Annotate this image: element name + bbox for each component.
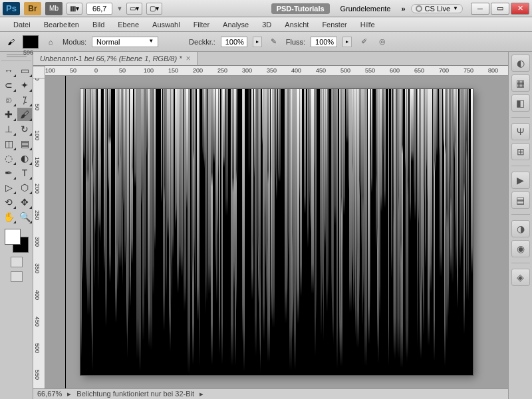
menu-hilfe[interactable]: Hilfe (354, 19, 382, 31)
status-zoom[interactable]: 66,67% (37, 390, 62, 398)
tool-healing[interactable]: ✚ (1, 108, 16, 121)
tablet-pressure-size-icon[interactable]: ◎ (376, 35, 389, 49)
tool-wand[interactable]: ✦ (17, 78, 32, 92)
tool-eraser[interactable]: ◫ (1, 137, 16, 150)
cs-live-icon (416, 5, 422, 12)
color-picker (5, 229, 29, 253)
flow-label: Fluss: (286, 38, 305, 46)
guide-vertical[interactable] (65, 76, 66, 388)
opacity-flyout[interactable]: ▸ (253, 37, 262, 47)
foreground-color[interactable] (5, 229, 21, 245)
menubar: Datei Bearbeiten Bild Ebene Auswahl Filt… (0, 17, 532, 32)
ruler-origin[interactable] (33, 66, 45, 78)
extras-button[interactable]: ▢▾ (146, 3, 162, 15)
color-panel-icon[interactable]: ◐ (511, 55, 530, 72)
flow-flyout[interactable]: ▸ (342, 37, 352, 47)
status-flyout-icon[interactable]: ▸ (67, 390, 71, 398)
adjustments-panel-icon[interactable]: ◑ (511, 220, 530, 237)
tool-marquee[interactable]: ▭ (17, 64, 32, 77)
document-tab[interactable]: Unbenannt-1 bei 66,7% (Ebene 1, RGB/8) *… (33, 52, 198, 65)
airbrush-icon[interactable]: ✐ (357, 35, 370, 49)
bridge-logo[interactable]: Br (24, 2, 41, 15)
menu-ebene[interactable]: Ebene (111, 19, 146, 31)
tool-stamp[interactable]: ⊥ (1, 122, 16, 136)
tablet-pressure-opacity-icon[interactable]: ✎ (267, 35, 281, 49)
tool-hand[interactable]: ✋ (1, 210, 16, 223)
swatches-panel-icon[interactable]: ▦ (511, 74, 530, 92)
mode-label: Modus: (63, 38, 86, 46)
tool-type[interactable]: T (17, 166, 32, 180)
status-flyout-icon-2[interactable]: ▸ (200, 390, 203, 398)
tool-move[interactable]: ↔ (1, 64, 16, 77)
info-panel-icon[interactable]: ▤ (511, 192, 530, 209)
workspace: ↔▭⊂✦⟄⁒✚🖌⊥↻◫▤◌◐✒T▷⬡⟲✥✋🔍 Unbenannt-1 bei 6… (0, 52, 532, 399)
menu-fenster[interactable]: Fenster (315, 19, 353, 31)
status-bar: 66,67% ▸ Belichtung funktioniert nur bei… (33, 388, 508, 399)
tool-3d-pan[interactable]: ✥ (17, 196, 32, 209)
quickmask-button[interactable] (11, 257, 23, 267)
menu-analyse[interactable]: Analyse (216, 19, 255, 31)
cs-live-label: CS Live (425, 5, 451, 13)
tool-path-select[interactable]: ▷ (1, 181, 16, 194)
tool-lasso[interactable]: ⊂ (1, 78, 16, 92)
screenmode-button[interactable] (11, 271, 23, 282)
tool-gradient[interactable]: ▤ (17, 137, 32, 150)
actions-panel-icon[interactable]: ⊞ (511, 143, 530, 160)
minibridge-button[interactable]: Mb (45, 2, 63, 15)
status-info: Belichtung funktioniert nur bei 32-Bit (76, 390, 194, 398)
tab-close-icon[interactable]: × (186, 54, 190, 63)
tool-zoom[interactable]: 🔍 (17, 210, 32, 223)
tool-blur[interactable]: ◌ (1, 152, 16, 165)
zoom-display[interactable]: 66,7 (86, 3, 112, 15)
tool-preset-icon[interactable]: 🖌 (4, 35, 17, 49)
menu-bearbeiten[interactable]: Bearbeiten (37, 19, 86, 31)
arrange-button[interactable]: ▦▾ (66, 3, 82, 15)
screen-mode-button[interactable]: ▭▾ (126, 3, 142, 15)
workspace-next[interactable]: Grundelemente (335, 3, 396, 14)
mode-select[interactable]: Normal ▼ (92, 37, 158, 47)
titlebar: Ps Br Mb ▦▾ 66,7 ▼ ▭▾ ▢▾ PSD-Tutorials G… (0, 0, 532, 17)
opacity-input[interactable] (221, 37, 247, 47)
canvas[interactable] (80, 89, 473, 375)
menu-3d[interactable]: 3D (255, 19, 278, 31)
tool-3d-rotate[interactable]: ⟲ (1, 196, 16, 209)
document-tabs: Unbenannt-1 bei 66,7% (Ebene 1, RGB/8) *… (33, 52, 508, 66)
minimize-button[interactable]: ─ (471, 3, 489, 15)
tool-pen[interactable]: ✒ (1, 166, 16, 180)
tool-shape[interactable]: ⬡ (17, 181, 32, 194)
tool-history-brush[interactable]: ↻ (17, 122, 32, 136)
tool-dodge[interactable]: ◐ (17, 152, 32, 165)
tool-eyedropper[interactable]: ⁒ (17, 93, 32, 106)
ruler-horizontal[interactable]: 1005005010015020025030035040045050055060… (45, 66, 508, 76)
opacity-label: Deckkr.: (189, 38, 215, 46)
tool-brush[interactable]: 🖌 (17, 108, 32, 121)
tool-crop[interactable]: ⟄ (1, 93, 16, 106)
menu-ansicht[interactable]: Ansicht (278, 19, 315, 31)
brush-preview[interactable] (23, 35, 39, 49)
toolbox: ↔▭⊂✦⟄⁒✚🖌⊥↻◫▤◌◐✒T▷⬡⟲✥✋🔍 (0, 52, 33, 399)
workspace-active[interactable]: PSD-Tutorials (271, 3, 330, 14)
chevron-down-icon[interactable]: ▼ (116, 5, 122, 12)
panel-dock: ◐ ▦ ◧ Ψ ⊞ ▶ ▤ ◑ ◉ ◈ (508, 52, 532, 399)
tab-title: Unbenannt-1 bei 66,7% (Ebene 1, RGB/8) * (40, 55, 182, 63)
brush-panel-toggle[interactable]: ⌂ (44, 35, 57, 49)
menu-filter[interactable]: Filter (187, 19, 216, 31)
masks-panel-icon[interactable]: ◉ (511, 240, 530, 257)
maximize-button[interactable]: ▭ (491, 3, 509, 15)
document-area: Unbenannt-1 bei 66,7% (Ebene 1, RGB/8) *… (33, 52, 508, 399)
flow-input[interactable] (311, 37, 337, 47)
brush-panel-icon[interactable]: Ψ (511, 123, 530, 140)
menu-auswahl[interactable]: Auswahl (146, 19, 187, 31)
photoshop-logo[interactable]: Ps (3, 2, 20, 15)
menu-datei[interactable]: Datei (7, 19, 37, 31)
history-panel-icon[interactable]: ▶ (511, 172, 530, 189)
ruler-vertical[interactable]: 050100150200250300350400450500550 (33, 76, 45, 388)
layers-panel-icon[interactable]: ◈ (511, 269, 530, 286)
options-bar: 🖌 ⌂ Modus: Normal ▼ Deckkr.: ▸ ✎ Fluss: … (0, 32, 532, 52)
workspace-more-icon[interactable]: » (401, 5, 405, 13)
styles-panel-icon[interactable]: ◧ (511, 94, 530, 112)
menu-bild[interactable]: Bild (86, 19, 111, 31)
cs-live-button[interactable]: CS Live ▼ (411, 4, 463, 13)
close-button[interactable]: ✕ (511, 3, 529, 15)
canvas-viewport[interactable] (45, 76, 508, 388)
